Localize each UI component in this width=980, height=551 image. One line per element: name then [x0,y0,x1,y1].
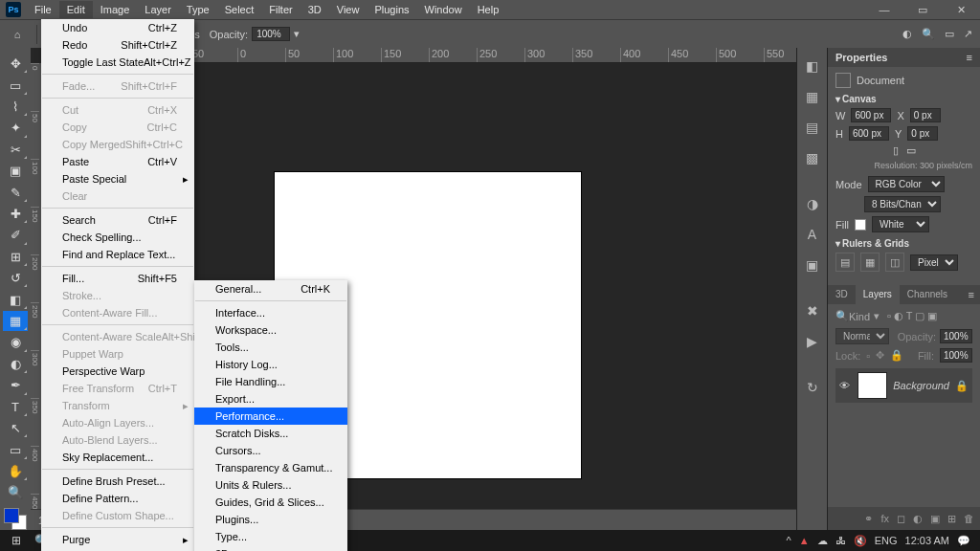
menu-file[interactable]: File [27,1,59,18]
menu-item-paste-special[interactable]: Paste Special [41,170,194,187]
styles-panel-icon[interactable]: A [800,222,825,247]
group-icon[interactable]: ▣ [930,513,940,525]
grid-icon[interactable]: ▦ [860,253,880,272]
libraries-panel-icon[interactable]: ▣ [800,253,825,277]
cloud-icon[interactable]: ◐ [902,28,912,40]
canvas-section-header[interactable]: Canvas [835,94,972,104]
restore-button[interactable]: ▭ [903,0,942,19]
adjustments-panel-icon[interactable]: ◑ [800,191,825,216]
menu-item-purge[interactable]: Purge [41,531,194,548]
menu-item-find-and-replace-text[interactable]: Find and Replace Text... [41,246,194,263]
minimize-button[interactable]: — [865,0,903,19]
adjustment-layer-icon[interactable]: ◐ [913,513,923,525]
menu-item-3d[interactable]: 3D... [194,545,347,551]
menu-select[interactable]: Select [217,1,262,18]
menu-plugins[interactable]: Plugins [367,1,416,18]
notifications-icon[interactable]: 💬 [957,535,970,547]
menu-item-redo[interactable]: RedoShift+Ctrl+Z [41,36,194,54]
history-brush-tool[interactable]: ↺ [3,268,28,288]
menu-item-guides-grid-slices[interactable]: Guides, Grid & Slices... [194,494,347,511]
menu-item-paste[interactable]: PasteCtrl+V [41,153,194,170]
lock-all-icon[interactable]: 🔒 [890,349,903,362]
swatches-panel-icon[interactable]: ▦ [800,84,825,109]
landscape-icon[interactable]: ▭ [906,144,916,157]
delete-layer-icon[interactable]: 🗑 [964,513,974,524]
layer-name[interactable]: Background [893,380,949,391]
history-panel-icon[interactable]: ↻ [800,375,825,400]
ruler-units-select[interactable]: Pixels [910,254,958,271]
tray-network-icon[interactable]: 🖧 [835,535,846,546]
ruler-icon[interactable]: ▤ [835,253,855,272]
layer-opacity-input[interactable] [940,329,972,343]
canvas-x-input[interactable] [910,108,941,122]
layer-background[interactable]: 👁 Background 🔒 [835,368,972,403]
canvas-height-input[interactable] [849,126,889,141]
menu-item-toggle-last-state[interactable]: Toggle Last StateAlt+Ctrl+Z [41,54,194,71]
actions-panel-icon[interactable]: ▶ [800,329,825,354]
fill-swatch[interactable] [855,219,866,231]
menu-image[interactable]: Image [93,1,138,18]
menu-item-interface[interactable]: Interface... [194,304,347,321]
tab-layers[interactable]: Layers [856,285,900,304]
menu-item-scratch-disks[interactable]: Scratch Disks... [194,425,347,442]
layer-thumbnail[interactable] [858,372,887,399]
menu-item-tools[interactable]: Tools... [194,339,347,356]
brush-tool[interactable]: ✐ [3,225,28,245]
patterns-panel-icon[interactable]: ▩ [800,145,825,170]
blend-mode-select[interactable]: Normal [835,328,889,344]
menu-item-type[interactable]: Type... [194,528,347,545]
fill-select[interactable]: White [872,216,929,232]
tab-channels[interactable]: Channels [900,285,955,304]
menu-item-fill[interactable]: Fill...Shift+F5 [41,270,194,287]
menu-window[interactable]: Window [417,1,470,18]
portrait-icon[interactable]: ▯ [893,144,899,157]
marquee-tool[interactable]: ▭ [3,75,28,95]
shape-tool[interactable]: ▭ [3,439,28,459]
pen-tool[interactable]: ✒ [3,375,28,395]
menu-item-search[interactable]: SearchCtrl+F [41,211,194,229]
color-panel-icon[interactable]: ◧ [800,54,825,78]
blur-tool[interactable]: ◉ [3,332,28,352]
tray-onedrive-icon[interactable]: ☁ [817,535,828,547]
search-icon[interactable]: 🔍 [922,28,935,40]
visibility-icon[interactable]: 👁 [839,380,852,391]
frame-tool[interactable]: ▣ [3,161,28,181]
dodge-tool[interactable]: ◐ [3,354,28,374]
healing-tool[interactable]: ✚ [3,204,28,224]
menu-item-export[interactable]: Export... [194,390,347,408]
panel-menu-icon[interactable]: ≡ [967,52,972,63]
guides-icon[interactable]: ◫ [885,253,904,272]
menu-help[interactable]: Help [470,1,507,18]
bit-depth-select[interactable]: 8 Bits/Channel [864,196,941,212]
color-mode-select[interactable]: RGB Color [868,176,945,192]
brushes-panel-icon[interactable]: ✖ [800,298,825,323]
eyedropper-tool[interactable]: ✎ [3,182,28,202]
menu-item-define-brush-preset[interactable]: Define Brush Preset... [41,473,194,490]
lock-position-icon[interactable]: ✥ [876,349,884,362]
tray-volume-icon[interactable]: 🔇 [854,535,867,547]
gradients-panel-icon[interactable]: ▤ [800,115,825,140]
path-tool[interactable]: ↖ [3,418,28,438]
menu-item-file-handling[interactable]: File Handling... [194,373,347,390]
gradient-tool[interactable]: ▦ [3,311,28,331]
type-tool[interactable]: T [3,397,28,417]
lock-pixels-icon[interactable]: ▫ [866,350,870,362]
panel-menu-icon[interactable]: ≡ [963,285,980,304]
canvas-y-input[interactable] [907,126,938,141]
menu-item-workspace[interactable]: Workspace... [194,321,347,339]
workspace-icon[interactable]: ▭ [945,28,954,40]
wand-tool[interactable]: ✦ [3,118,28,138]
layer-fill-input[interactable] [940,348,972,363]
home-icon[interactable]: ⌂ [8,25,27,44]
menu-item-define-pattern[interactable]: Define Pattern... [41,490,194,507]
zoom-tool[interactable]: 🔍 [3,482,28,502]
menu-item-history-log[interactable]: History Log... [194,356,347,373]
menu-item-sky-replacement[interactable]: Sky Replacement... [41,449,194,466]
menu-type[interactable]: Type [179,1,217,18]
opacity-input[interactable] [252,27,290,41]
start-button[interactable]: ⊞ [4,530,29,551]
menu-item-units-rulers[interactable]: Units & Rulers... [194,476,347,494]
menu-item-performance[interactable]: Performance... [194,408,347,425]
menu-item-undo[interactable]: UndoCtrl+Z [41,19,194,36]
properties-panel-header[interactable]: Properties≡ [828,48,980,67]
